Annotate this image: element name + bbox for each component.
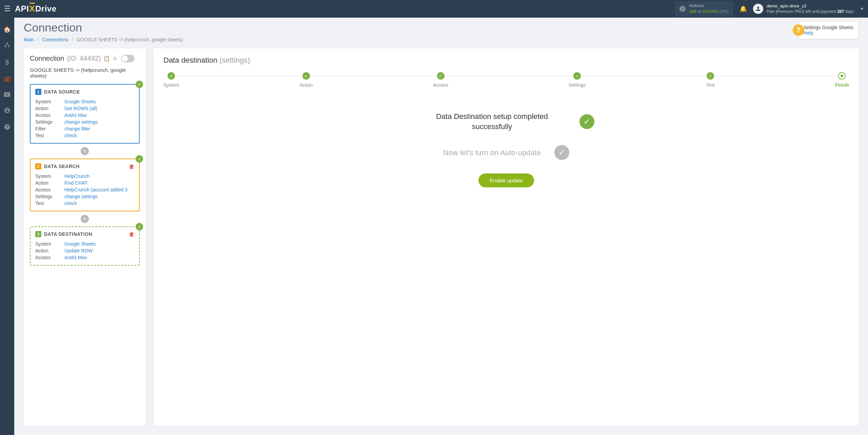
chevron-down-icon: ▼ [860,6,864,11]
user-name: demo_apix-drive_s3 [767,3,854,9]
actions-of: of [698,9,702,14]
actions-text: Actions: 388 of 100'000 (0%) [689,3,729,15]
logo-x: X [29,4,35,14]
user-box[interactable]: demo_apix-drive_s3 Plan |Premium PRO| le… [753,3,864,14]
menu-icon[interactable]: ☰ [4,4,11,13]
actions-limit: 100'000 [703,9,718,14]
avatar-icon [753,4,763,14]
user-info: demo_apix-drive_s3 Plan |Premium PRO| le… [767,3,854,14]
actions-used: 388 [689,9,696,14]
logo[interactable]: API X Drive [15,4,57,14]
topbar: ☰ API X Drive i Actions: 388 of 100'000 … [0,0,868,18]
actions-box[interactable]: i Actions: 388 of 100'000 (0%) [675,1,733,17]
user-plan: Plan |Premium PRO| left until payment 26… [767,9,854,15]
actions-label: Actions: [689,3,729,9]
logo-post: Drive [35,4,57,14]
info-icon: i [679,6,686,12]
logo-pre: API [15,4,29,14]
bell-icon[interactable]: 🔔 [739,5,747,13]
actions-pct: (0%) [719,9,729,14]
